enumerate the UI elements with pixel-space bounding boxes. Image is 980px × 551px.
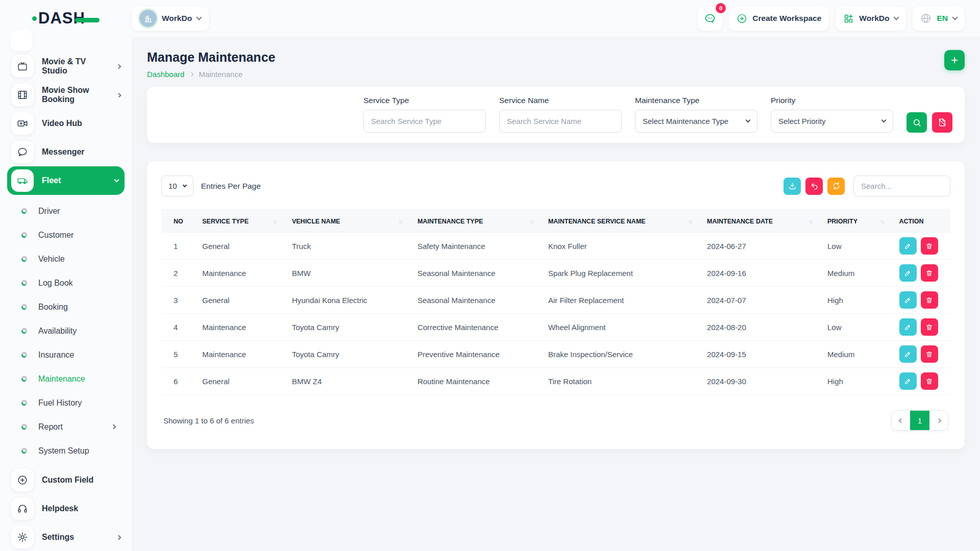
chevron-down-icon [881,118,887,123]
chevron-right-icon [116,92,121,97]
bullet-icon [21,400,27,406]
table-search-input[interactable] [853,176,950,196]
column-header-action: ACTION [894,210,950,233]
column-header-service-type[interactable]: SERVICE TYPE↑↓ [197,210,287,233]
delete-button[interactable] [921,318,938,336]
sidebar-item-messenger[interactable]: Messenger [0,138,132,166]
service-name-input[interactable] [507,117,614,126]
entries-per-page-select[interactable]: 10 [161,176,193,196]
language-selector[interactable]: EN [913,7,965,31]
submenu-item-driver[interactable]: Driver [0,199,132,223]
logo-dash-icon [75,18,100,22]
workdo-menu[interactable]: WorkDo [836,7,906,31]
bullet-icon [21,424,27,430]
sidebar-item-fleet[interactable]: Fleet [7,166,125,195]
filter-panel: Service Type Service Name Maintenance Ty… [147,87,965,143]
apply-filter-button[interactable] [906,112,927,133]
sort-icon[interactable]: ↑↓ [880,218,884,224]
maintenance-table: NO SERVICE TYPE↑↓ VEHICLE NAME↑↓ MAINTEN… [161,210,950,395]
next-page-button[interactable] [929,411,948,430]
chevron-right-icon [111,424,116,430]
clear-filter-button[interactable] [932,112,952,133]
submenu-item-vehicle[interactable]: Vehicle [0,247,132,271]
undo-arrow-icon [810,182,819,190]
table-row: 3 General Hyundai Kona Electric Seasonal… [161,287,950,314]
column-header-priority[interactable]: PRIORITY↑↓ [822,210,894,233]
sidebar-item-movie-show-booking[interactable]: Movie Show Booking [0,81,132,109]
maintenance-table-card: 10 Entries Per Page [147,161,965,449]
undo-button[interactable] [805,178,823,195]
maintenance-type-select[interactable]: Select Maintenance Type [635,110,757,133]
submenu-item-customer[interactable]: Customer [0,223,132,247]
pencil-icon [904,242,912,250]
pencil-icon [904,378,912,385]
chevron-right-icon [189,72,193,76]
submenu-item-fuel-history[interactable]: Fuel History [0,391,132,415]
column-header-maintenance-type[interactable]: MAINTENANCE TYPE↑↓ [412,210,543,233]
language-label: EN [937,14,948,23]
main-content: Manage Maintenance Dashboard Maintenance… [132,37,980,551]
trash-icon [925,323,933,331]
sidebar-item-custom-field[interactable]: Custom Field [0,466,132,494]
logo[interactable]: DASH [0,9,132,28]
chevron-down-icon [894,14,899,20]
column-header-no: NO [161,210,197,233]
submenu-item-booking[interactable]: Booking [0,295,132,319]
page-number-active[interactable]: 1 [910,411,929,430]
edit-button[interactable] [899,291,917,309]
submenu-item-availability[interactable]: Availability [0,319,132,343]
bullet-icon [21,256,27,262]
messages-button[interactable]: 0 [698,7,722,31]
priority-select[interactable]: Select Priority [771,110,893,133]
refresh-button[interactable] [827,178,845,195]
bullet-icon [21,208,27,214]
export-button[interactable] [783,178,801,195]
add-maintenance-button[interactable]: + [944,50,965,70]
column-header-maintenance-date[interactable]: MAINTENANCE DATE↑↓ [702,210,822,233]
edit-button[interactable] [899,264,917,282]
breadcrumb-dashboard-link[interactable]: Dashboard [147,70,184,79]
delete-button[interactable] [921,372,938,390]
sidebar-item-settings[interactable]: Settings [0,523,132,551]
sort-icon[interactable]: ↑↓ [808,218,812,224]
service-type-input[interactable] [371,117,478,126]
workspace-selector[interactable]: WorkDo [132,7,209,31]
entries-summary: Showing 1 to 6 of 6 entries [163,416,254,425]
table-row: 1 General Truck Safety Maintenance Knox … [161,233,950,260]
pencil-icon [904,269,912,277]
bullet-icon [21,328,27,334]
delete-button[interactable] [921,237,938,255]
submenu-item-report[interactable]: Report [0,415,132,439]
sort-icon[interactable]: ↑↓ [529,218,533,224]
create-workspace-button[interactable]: Create Workspace [729,7,829,31]
previous-page-button[interactable] [892,411,910,430]
column-header-maintenance-service-name[interactable]: MAINTENANCE SERVICE NAME↑↓ [543,210,702,233]
sidebar-item-helpdesk[interactable]: Helpdesk [0,494,132,523]
submenu-item-insurance[interactable]: Insurance [0,343,132,367]
submenu-item-log-book[interactable]: Log Book [0,271,132,295]
sidebar-item-video-hub[interactable]: Video Hub [0,109,132,138]
download-icon [788,182,797,190]
column-header-vehicle-name[interactable]: VEHICLE NAME↑↓ [287,210,412,233]
chevron-down-icon [952,14,958,20]
sort-icon[interactable]: ↑↓ [399,218,402,224]
create-workspace-label: Create Workspace [752,14,821,23]
delete-button[interactable] [921,291,938,309]
edit-button[interactable] [899,372,917,390]
bullet-icon [21,304,27,310]
sidebar-item-movie-tv-studio[interactable]: Movie & TV Studio [0,52,132,81]
sort-icon[interactable]: ↑↓ [688,218,692,224]
sort-icon[interactable]: ↑↓ [273,218,277,224]
edit-button[interactable] [899,318,917,336]
film-icon [11,84,34,106]
edit-button[interactable] [899,237,917,255]
edit-button[interactable] [899,345,917,363]
delete-button[interactable] [921,345,938,363]
bullet-icon [21,280,27,286]
tv-icon [11,55,34,78]
topbar: DASH WorkDo 0 Create Workspace [0,0,980,37]
delete-button[interactable] [921,264,938,282]
maintenance-type-label: Maintenance Type [635,96,757,105]
submenu-item-system-setup[interactable]: System Setup [0,439,132,463]
submenu-item-maintenance[interactable]: Maintenance [0,367,132,391]
